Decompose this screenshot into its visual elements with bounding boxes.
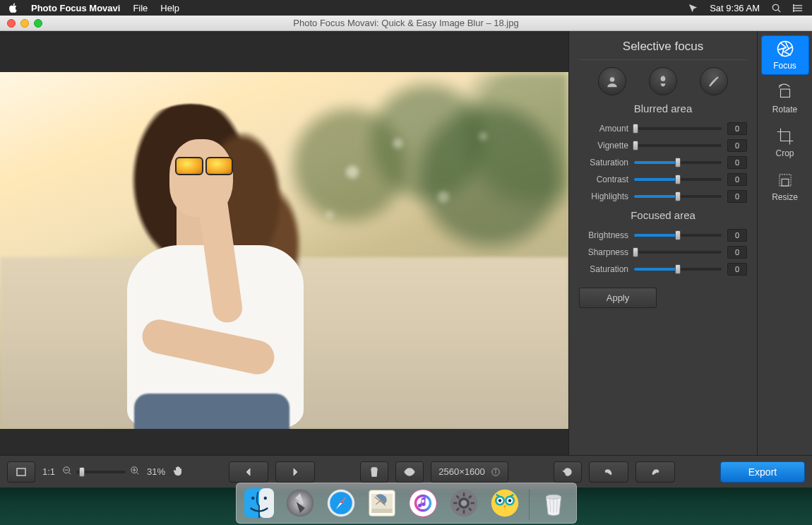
menubar-file[interactable]: File bbox=[133, 3, 148, 13]
svg-point-56 bbox=[508, 499, 511, 502]
spotlight-icon[interactable] bbox=[771, 3, 782, 13]
svg-point-0 bbox=[772, 4, 778, 10]
dock-launchpad[interactable] bbox=[283, 486, 317, 520]
cursor-icon[interactable] bbox=[688, 3, 698, 13]
settings-panel: Selective focus Blurred area Amount0Vign… bbox=[568, 31, 757, 455]
blurred-value-contrast[interactable]: 0 bbox=[727, 173, 747, 186]
window-zoom-button[interactable] bbox=[34, 19, 42, 28]
panel-title: Selective focus bbox=[579, 37, 747, 60]
blurred-row-amount: Amount0 bbox=[569, 120, 757, 137]
focused-value-sharpness[interactable]: 0 bbox=[727, 246, 747, 259]
svg-point-57 bbox=[546, 495, 561, 499]
desktop bbox=[0, 488, 812, 525]
side-tabs: Focus Rotate Crop Resize bbox=[757, 31, 812, 455]
blurred-value-vignette[interactable]: 0 bbox=[727, 139, 747, 152]
blurred-label-saturation: Saturation bbox=[579, 158, 628, 167]
focused-slider-saturation[interactable] bbox=[634, 268, 722, 271]
focused-row-saturation: Saturation0 bbox=[569, 261, 757, 278]
apply-button[interactable]: Apply bbox=[579, 288, 657, 308]
blurred-slider-saturation[interactable] bbox=[634, 161, 722, 164]
svg-point-6 bbox=[793, 7, 794, 8]
tab-resize[interactable]: Resize bbox=[761, 167, 809, 206]
svg-point-24 bbox=[495, 469, 496, 470]
focused-value-brightness[interactable]: 0 bbox=[727, 229, 747, 242]
preview-button[interactable] bbox=[395, 461, 424, 483]
export-button[interactable]: Export bbox=[720, 461, 805, 483]
blurred-label-contrast: Contrast bbox=[579, 175, 628, 184]
dock-mail[interactable] bbox=[365, 486, 399, 520]
delete-button[interactable] bbox=[360, 461, 388, 483]
focused-slider-brightness[interactable] bbox=[634, 234, 722, 237]
svg-line-18 bbox=[137, 472, 139, 474]
svg-rect-12 bbox=[782, 179, 789, 186]
blurred-area-title: Blurred area bbox=[569, 102, 757, 114]
focused-row-sharpness: Sharpness0 bbox=[569, 244, 757, 261]
blurred-slider-vignette[interactable] bbox=[634, 144, 722, 147]
blurred-value-saturation[interactable]: 0 bbox=[727, 156, 747, 169]
svg-rect-11 bbox=[779, 175, 790, 186]
blurred-label-vignette: Vignette bbox=[579, 141, 628, 151]
crop-icon bbox=[776, 127, 794, 146]
blurred-row-vignette: Vignette0 bbox=[569, 137, 757, 154]
pan-hand-icon[interactable] bbox=[172, 465, 184, 479]
svg-point-28 bbox=[263, 497, 266, 500]
zoom-1to1-label[interactable]: 1:1 bbox=[42, 466, 55, 477]
blurred-row-highlights: Highlights0 bbox=[569, 188, 757, 205]
redo-button[interactable] bbox=[635, 461, 675, 483]
blurred-row-saturation: Saturation0 bbox=[569, 154, 757, 171]
portrait-tool-button[interactable] bbox=[598, 67, 626, 95]
blurred-value-highlights[interactable]: 0 bbox=[727, 190, 747, 203]
prev-image-button[interactable] bbox=[229, 461, 268, 483]
blurred-value-amount[interactable]: 0 bbox=[727, 122, 747, 135]
blurred-slider-contrast[interactable] bbox=[634, 178, 722, 181]
revert-button[interactable] bbox=[554, 461, 582, 483]
window-minimize-button[interactable] bbox=[20, 19, 29, 28]
svg-point-50 bbox=[491, 490, 518, 517]
info-icon bbox=[491, 467, 501, 477]
svg-point-21 bbox=[408, 471, 411, 473]
fit-screen-button[interactable] bbox=[7, 461, 35, 483]
rotate-icon bbox=[776, 83, 794, 102]
next-image-button[interactable] bbox=[275, 461, 315, 483]
blurred-row-contrast: Contrast0 bbox=[569, 171, 757, 188]
blurred-label-amount: Amount bbox=[579, 124, 628, 134]
dock-finder[interactable] bbox=[242, 486, 276, 520]
focused-label-saturation: Saturation bbox=[579, 264, 628, 274]
focused-slider-sharpness[interactable] bbox=[634, 251, 722, 254]
macro-tool-button[interactable] bbox=[649, 67, 677, 95]
window-title: Photo Focus Movavi: Quick & Easy Image B… bbox=[0, 18, 812, 28]
menubar-help[interactable]: Help bbox=[160, 3, 179, 13]
menubar-clock[interactable]: Sat 9:36 AM bbox=[710, 3, 760, 13]
dock-owl-app[interactable] bbox=[488, 486, 522, 520]
blurred-label-highlights: Highlights bbox=[579, 191, 628, 201]
svg-line-1 bbox=[778, 9, 780, 11]
dock-settings[interactable] bbox=[447, 486, 481, 520]
zoom-slider[interactable] bbox=[76, 471, 126, 473]
tab-focus[interactable]: Focus bbox=[761, 35, 809, 75]
image-dimensions[interactable]: 2560×1600 bbox=[431, 461, 508, 483]
apple-logo-icon[interactable] bbox=[8, 3, 18, 13]
notification-center-icon[interactable] bbox=[793, 3, 804, 13]
undo-button[interactable] bbox=[589, 461, 628, 483]
brush-tool-button[interactable] bbox=[700, 67, 728, 95]
dock-music[interactable] bbox=[406, 486, 440, 520]
svg-rect-35 bbox=[371, 509, 393, 513]
svg-point-55 bbox=[498, 499, 501, 502]
tab-crop[interactable]: Crop bbox=[761, 123, 809, 163]
blurred-slider-highlights[interactable] bbox=[634, 195, 722, 198]
svg-rect-10 bbox=[780, 89, 789, 97]
menubar-app-name[interactable]: Photo Focus Movavi bbox=[31, 3, 120, 13]
photo-preview bbox=[0, 72, 568, 429]
dock-trash[interactable] bbox=[537, 486, 571, 520]
svg-rect-13 bbox=[17, 468, 25, 476]
zoom-percent: 31% bbox=[147, 466, 165, 477]
zoom-in-icon[interactable] bbox=[130, 466, 140, 478]
window-close-button[interactable] bbox=[7, 19, 16, 28]
blurred-slider-amount[interactable] bbox=[634, 127, 722, 130]
focused-value-saturation[interactable]: 0 bbox=[727, 263, 747, 276]
svg-rect-26 bbox=[259, 488, 274, 518]
dock-safari[interactable] bbox=[324, 486, 358, 520]
tab-rotate[interactable]: Rotate bbox=[761, 79, 809, 119]
image-canvas[interactable] bbox=[0, 31, 568, 455]
zoom-out-icon[interactable] bbox=[62, 466, 72, 478]
